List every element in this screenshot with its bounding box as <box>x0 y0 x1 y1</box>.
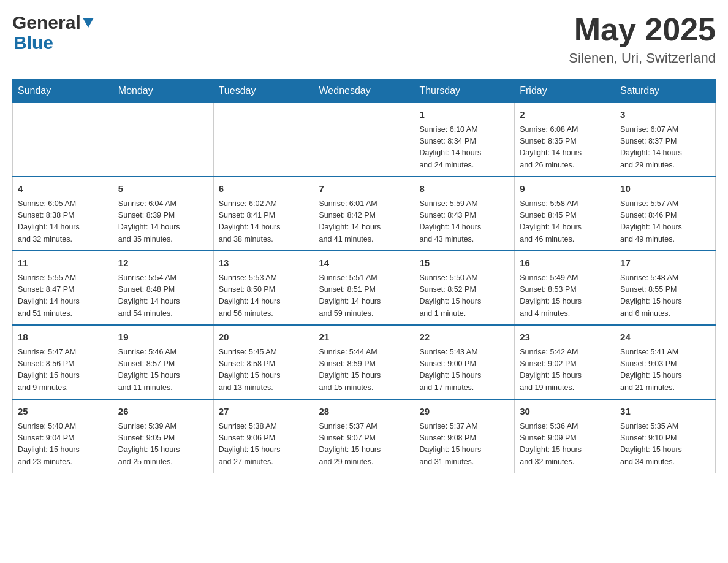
day-number: 11 <box>18 256 108 270</box>
page-header: General Blue May 2025 Silenen, Uri, Swit… <box>12 12 716 66</box>
calendar-day-cell: 25Sunrise: 5:40 AM Sunset: 9:04 PM Dayli… <box>13 399 113 473</box>
day-info: Sunrise: 5:58 AM Sunset: 8:45 PM Dayligh… <box>520 198 610 246</box>
calendar-day-cell: 5Sunrise: 6:04 AM Sunset: 8:39 PM Daylig… <box>113 177 213 251</box>
day-info: Sunrise: 5:38 AM Sunset: 9:06 PM Dayligh… <box>219 421 309 469</box>
day-info: Sunrise: 5:46 AM Sunset: 8:57 PM Dayligh… <box>118 347 208 394</box>
weekday-header-sunday: Sunday <box>13 79 113 103</box>
calendar-day-cell: 18Sunrise: 5:47 AM Sunset: 8:56 PM Dayli… <box>13 325 113 399</box>
calendar-day-cell: 13Sunrise: 5:53 AM Sunset: 8:50 PM Dayli… <box>213 251 314 325</box>
calendar-day-cell: 3Sunrise: 6:07 AM Sunset: 8:37 PM Daylig… <box>615 103 716 177</box>
calendar-day-cell: 22Sunrise: 5:43 AM Sunset: 9:00 PM Dayli… <box>414 325 515 399</box>
day-info: Sunrise: 6:05 AM Sunset: 8:38 PM Dayligh… <box>18 198 108 246</box>
day-info: Sunrise: 5:54 AM Sunset: 8:48 PM Dayligh… <box>118 272 208 320</box>
day-info: Sunrise: 5:40 AM Sunset: 9:04 PM Dayligh… <box>18 421 108 469</box>
day-number: 7 <box>319 182 409 196</box>
calendar-day-cell: 29Sunrise: 5:37 AM Sunset: 9:08 PM Dayli… <box>414 399 515 473</box>
day-info: Sunrise: 5:53 AM Sunset: 8:50 PM Dayligh… <box>219 272 309 320</box>
calendar-day-cell: 12Sunrise: 5:54 AM Sunset: 8:48 PM Dayli… <box>113 251 213 325</box>
calendar-day-cell <box>13 103 113 177</box>
calendar-day-cell: 17Sunrise: 5:48 AM Sunset: 8:55 PM Dayli… <box>615 251 716 325</box>
day-info: Sunrise: 6:04 AM Sunset: 8:39 PM Dayligh… <box>118 198 208 246</box>
calendar-day-cell: 2Sunrise: 6:08 AM Sunset: 8:35 PM Daylig… <box>515 103 615 177</box>
day-number: 20 <box>219 331 309 345</box>
calendar-week-row: 1Sunrise: 6:10 AM Sunset: 8:34 PM Daylig… <box>13 103 716 177</box>
day-info: Sunrise: 5:43 AM Sunset: 9:00 PM Dayligh… <box>419 347 509 394</box>
day-info: Sunrise: 6:08 AM Sunset: 8:35 PM Dayligh… <box>520 124 610 172</box>
day-info: Sunrise: 5:50 AM Sunset: 8:52 PM Dayligh… <box>419 272 509 320</box>
day-info: Sunrise: 5:59 AM Sunset: 8:43 PM Dayligh… <box>419 198 509 246</box>
calendar-day-cell: 24Sunrise: 5:41 AM Sunset: 9:03 PM Dayli… <box>615 325 716 399</box>
calendar-day-cell: 28Sunrise: 5:37 AM Sunset: 9:07 PM Dayli… <box>314 399 414 473</box>
calendar-week-row: 4Sunrise: 6:05 AM Sunset: 8:38 PM Daylig… <box>13 177 716 251</box>
day-info: Sunrise: 6:10 AM Sunset: 8:34 PM Dayligh… <box>419 124 509 172</box>
day-info: Sunrise: 5:45 AM Sunset: 8:58 PM Dayligh… <box>219 347 309 394</box>
day-info: Sunrise: 5:37 AM Sunset: 9:08 PM Dayligh… <box>419 421 509 469</box>
day-number: 19 <box>118 331 208 345</box>
logo-triangle-icon <box>83 18 94 28</box>
day-number: 22 <box>419 331 509 345</box>
calendar-day-cell: 27Sunrise: 5:38 AM Sunset: 9:06 PM Dayli… <box>213 399 314 473</box>
calendar-day-cell: 26Sunrise: 5:39 AM Sunset: 9:05 PM Dayli… <box>113 399 213 473</box>
calendar-day-cell: 10Sunrise: 5:57 AM Sunset: 8:46 PM Dayli… <box>615 177 716 251</box>
day-info: Sunrise: 5:44 AM Sunset: 8:59 PM Dayligh… <box>319 347 409 394</box>
logo-blue-text: Blue <box>13 33 53 53</box>
calendar-day-cell: 4Sunrise: 6:05 AM Sunset: 8:38 PM Daylig… <box>13 177 113 251</box>
calendar-day-cell: 9Sunrise: 5:58 AM Sunset: 8:45 PM Daylig… <box>515 177 615 251</box>
calendar-week-row: 25Sunrise: 5:40 AM Sunset: 9:04 PM Dayli… <box>13 399 716 473</box>
weekday-header-monday: Monday <box>113 79 213 103</box>
calendar-day-cell <box>113 103 213 177</box>
day-number: 17 <box>620 256 710 270</box>
calendar-day-cell: 19Sunrise: 5:46 AM Sunset: 8:57 PM Dayli… <box>113 325 213 399</box>
day-info: Sunrise: 5:35 AM Sunset: 9:10 PM Dayligh… <box>620 421 710 469</box>
day-info: Sunrise: 5:39 AM Sunset: 9:05 PM Dayligh… <box>118 421 208 469</box>
calendar-day-cell: 11Sunrise: 5:55 AM Sunset: 8:47 PM Dayli… <box>13 251 113 325</box>
day-info: Sunrise: 5:42 AM Sunset: 9:02 PM Dayligh… <box>520 347 610 394</box>
day-number: 8 <box>419 182 509 196</box>
day-number: 12 <box>118 256 208 270</box>
day-info: Sunrise: 5:47 AM Sunset: 8:56 PM Dayligh… <box>18 347 108 394</box>
day-number: 5 <box>118 182 208 196</box>
day-number: 23 <box>520 331 610 345</box>
logo: General Blue <box>12 12 94 53</box>
calendar-day-cell: 6Sunrise: 6:02 AM Sunset: 8:41 PM Daylig… <box>213 177 314 251</box>
calendar-day-cell: 7Sunrise: 6:01 AM Sunset: 8:42 PM Daylig… <box>314 177 414 251</box>
day-info: Sunrise: 5:36 AM Sunset: 9:09 PM Dayligh… <box>520 421 610 469</box>
day-info: Sunrise: 5:57 AM Sunset: 8:46 PM Dayligh… <box>620 198 710 246</box>
day-number: 3 <box>620 108 710 122</box>
day-number: 2 <box>520 108 610 122</box>
calendar-week-row: 11Sunrise: 5:55 AM Sunset: 8:47 PM Dayli… <box>13 251 716 325</box>
location-subtitle: Silenen, Uri, Switzerland <box>569 50 716 66</box>
logo-general-text: General <box>12 12 81 33</box>
calendar-day-cell: 16Sunrise: 5:49 AM Sunset: 8:53 PM Dayli… <box>515 251 615 325</box>
calendar-week-row: 18Sunrise: 5:47 AM Sunset: 8:56 PM Dayli… <box>13 325 716 399</box>
day-number: 25 <box>18 405 108 419</box>
day-number: 4 <box>18 182 108 196</box>
calendar-day-cell: 31Sunrise: 5:35 AM Sunset: 9:10 PM Dayli… <box>615 399 716 473</box>
calendar-header-row: SundayMondayTuesdayWednesdayThursdayFrid… <box>13 79 716 103</box>
day-info: Sunrise: 5:48 AM Sunset: 8:55 PM Dayligh… <box>620 272 710 320</box>
day-number: 15 <box>419 256 509 270</box>
calendar-table: SundayMondayTuesdayWednesdayThursdayFrid… <box>12 79 716 473</box>
day-info: Sunrise: 6:01 AM Sunset: 8:42 PM Dayligh… <box>319 198 409 246</box>
calendar-day-cell <box>314 103 414 177</box>
calendar-day-cell <box>213 103 314 177</box>
day-number: 1 <box>419 108 509 122</box>
day-info: Sunrise: 5:51 AM Sunset: 8:51 PM Dayligh… <box>319 272 409 320</box>
day-info: Sunrise: 5:49 AM Sunset: 8:53 PM Dayligh… <box>520 272 610 320</box>
day-number: 26 <box>118 405 208 419</box>
title-section: May 2025 Silenen, Uri, Switzerland <box>569 12 716 66</box>
weekday-header-friday: Friday <box>515 79 615 103</box>
weekday-header-wednesday: Wednesday <box>314 79 414 103</box>
day-info: Sunrise: 6:07 AM Sunset: 8:37 PM Dayligh… <box>620 124 710 172</box>
day-number: 24 <box>620 331 710 345</box>
day-number: 29 <box>419 405 509 419</box>
day-number: 14 <box>319 256 409 270</box>
calendar-day-cell: 21Sunrise: 5:44 AM Sunset: 8:59 PM Dayli… <box>314 325 414 399</box>
day-number: 10 <box>620 182 710 196</box>
calendar-day-cell: 15Sunrise: 5:50 AM Sunset: 8:52 PM Dayli… <box>414 251 515 325</box>
day-number: 9 <box>520 182 610 196</box>
day-number: 16 <box>520 256 610 270</box>
month-year-title: May 2025 <box>569 12 716 47</box>
day-number: 18 <box>18 331 108 345</box>
weekday-header-saturday: Saturday <box>615 79 716 103</box>
